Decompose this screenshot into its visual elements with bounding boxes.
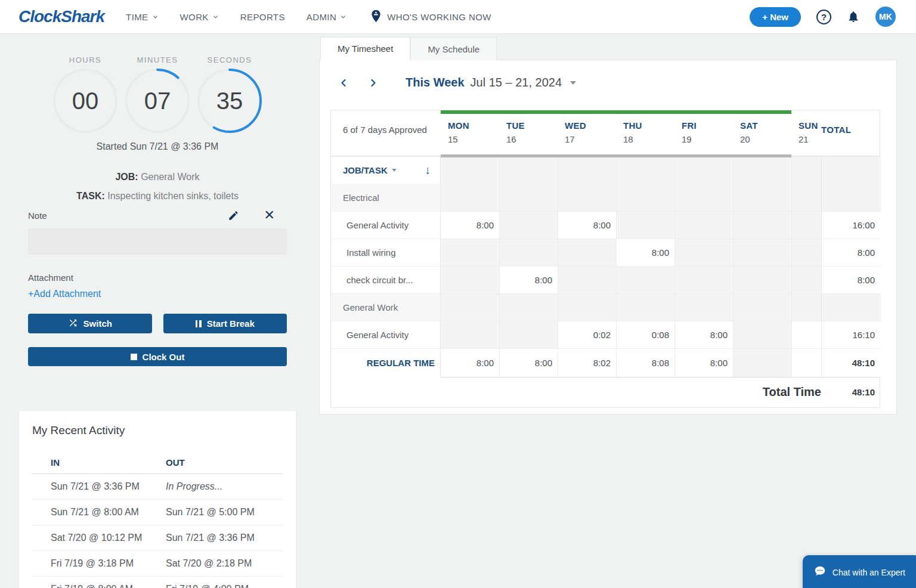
job-task-row: JOB/TASK ↓ bbox=[331, 156, 880, 184]
nav-item-reports[interactable]: REPORTS bbox=[240, 12, 285, 22]
week-dropdown-caret[interactable] bbox=[570, 81, 576, 85]
note-label: Note bbox=[28, 211, 47, 221]
regular-time-label: REGULAR TIME bbox=[331, 349, 441, 377]
day-cell bbox=[733, 212, 791, 239]
start-break-button[interactable]: Start Break bbox=[163, 314, 287, 333]
job-label: JOB: bbox=[115, 172, 138, 182]
day-cell bbox=[441, 267, 499, 293]
day-cell bbox=[791, 212, 821, 239]
task-row: Install wiring8:008:00 bbox=[331, 239, 880, 266]
seconds-value: 35 bbox=[197, 68, 262, 134]
nav-item-admin[interactable]: ADMIN bbox=[307, 12, 346, 22]
nav-item-work[interactable]: WORK bbox=[180, 12, 219, 22]
day-date: 19 bbox=[682, 134, 733, 144]
total-time-label: Total Time bbox=[441, 377, 821, 407]
day-cell bbox=[499, 321, 558, 348]
day-date: 16 bbox=[506, 134, 558, 144]
day-cell bbox=[674, 294, 733, 321]
clock-out-time: In Progress... bbox=[166, 481, 283, 492]
recent-activity-row: Fri 7/19 @ 8:00 AMFri 7/19 @ 4:00 PM bbox=[32, 577, 283, 588]
sort-down-icon[interactable]: ↓ bbox=[425, 164, 431, 177]
bell-icon[interactable] bbox=[847, 10, 860, 24]
day-date: 20 bbox=[740, 134, 791, 144]
row-total-cell: 48:10 bbox=[821, 349, 881, 377]
day-cell: 0:02 bbox=[558, 321, 616, 348]
add-attachment-link[interactable]: +Add Attachment bbox=[28, 289, 287, 299]
pencil-icon[interactable] bbox=[228, 210, 239, 221]
whos-working-now-link[interactable]: WHO'S WORKING NOW bbox=[370, 9, 491, 25]
day-name: TUE bbox=[506, 120, 558, 131]
day-cell bbox=[733, 349, 791, 377]
clock-in-time: Sun 7/21 @ 8:00 AM bbox=[32, 507, 166, 518]
minutes-label: MINUTES bbox=[125, 55, 190, 64]
job-group-row: General Work bbox=[331, 293, 880, 321]
day-cell bbox=[791, 294, 821, 321]
nav-item-label: REPORTS bbox=[240, 12, 285, 22]
row-total-cell bbox=[821, 184, 881, 211]
day-cell bbox=[616, 294, 674, 321]
total-column-header: TOTAL bbox=[821, 110, 881, 156]
new-button[interactable]: + New bbox=[750, 7, 801, 27]
day-column-header-sat: SAT20 bbox=[733, 110, 791, 156]
day-cell bbox=[499, 239, 558, 266]
day-cell bbox=[499, 212, 558, 239]
day-cell bbox=[558, 267, 616, 293]
chevron-down-icon bbox=[152, 14, 159, 20]
day-cell bbox=[558, 184, 616, 211]
day-cell: 8:00 bbox=[441, 349, 499, 377]
help-icon[interactable]: ? bbox=[816, 10, 831, 24]
day-name: SUN bbox=[799, 120, 821, 131]
job-task-caret-icon bbox=[392, 169, 397, 172]
day-name: FRI bbox=[682, 120, 733, 131]
row-total-cell: 16:10 bbox=[821, 321, 881, 348]
close-icon[interactable]: ✕ bbox=[264, 210, 275, 221]
chat-with-expert-button[interactable]: Chat with an Expert bbox=[803, 555, 916, 588]
switch-label: Switch bbox=[83, 318, 112, 329]
day-cell bbox=[616, 184, 674, 211]
chat-bubble-icon bbox=[813, 565, 827, 580]
day-cell bbox=[441, 294, 499, 321]
recent-activity-row: Sun 7/21 @ 3:36 PMIn Progress... bbox=[32, 474, 283, 500]
day-date: 15 bbox=[448, 134, 499, 144]
job-group-row: Electrical bbox=[331, 184, 880, 211]
row-total-cell: 16:00 bbox=[821, 212, 881, 239]
task-row: General Activity8:008:0016:00 bbox=[331, 211, 880, 239]
timer-seconds: SECONDS 35 bbox=[197, 55, 262, 134]
task-label: check circuit br... bbox=[331, 267, 441, 293]
next-week-button[interactable] bbox=[367, 77, 379, 89]
pause-icon bbox=[196, 320, 202, 327]
header-underline-bar bbox=[441, 154, 791, 157]
prev-week-button[interactable] bbox=[338, 77, 349, 89]
clock-out-button[interactable]: Clock Out bbox=[28, 347, 287, 366]
tab-my-schedule[interactable]: My Schedule bbox=[410, 37, 497, 60]
day-cell bbox=[616, 212, 674, 239]
clock-out-time: Sun 7/21 @ 3:36 PM bbox=[166, 533, 283, 543]
day-cell bbox=[674, 239, 733, 266]
nav-item-label: WORK bbox=[180, 12, 209, 22]
week-title: This Week bbox=[406, 76, 465, 89]
day-date: 17 bbox=[565, 134, 616, 144]
clockshark-logo[interactable]: ClockShark bbox=[18, 7, 104, 26]
nav-item-time[interactable]: TIME bbox=[126, 12, 158, 22]
chevron-down-icon bbox=[340, 14, 346, 20]
day-cell: 8:00 bbox=[616, 239, 674, 266]
job-task-header[interactable]: JOB/TASK ↓ bbox=[331, 157, 441, 184]
day-cell bbox=[733, 184, 791, 211]
day-cell: 8:08 bbox=[616, 349, 674, 377]
task-row: check circuit br...8:008:00 bbox=[331, 266, 880, 293]
tab-my-timesheet[interactable]: My Timesheet bbox=[320, 37, 410, 60]
row-total-cell: 8:00 bbox=[821, 239, 881, 266]
switch-button[interactable]: Switch bbox=[28, 314, 152, 333]
total-time-value: 48:10 bbox=[821, 377, 881, 407]
note-input[interactable] bbox=[28, 228, 287, 255]
avatar[interactable]: MK bbox=[875, 7, 896, 27]
clock-out-time: Fri 7/19 @ 4:00 PM bbox=[166, 584, 283, 588]
main-menu: TIMEWORKREPORTSADMIN bbox=[126, 12, 346, 22]
day-cell bbox=[733, 267, 791, 293]
top-nav: ClockShark TIMEWORKREPORTSADMIN WHO'S WO… bbox=[0, 0, 916, 34]
day-column-header-fri: FRI19 bbox=[674, 110, 733, 156]
day-cell bbox=[674, 212, 733, 239]
day-cell: 8:00 bbox=[499, 349, 558, 377]
minutes-value: 07 bbox=[125, 68, 190, 134]
timesheet-table: 6 of 7 days Approved MON15TUE16WED17THU1… bbox=[330, 110, 880, 408]
